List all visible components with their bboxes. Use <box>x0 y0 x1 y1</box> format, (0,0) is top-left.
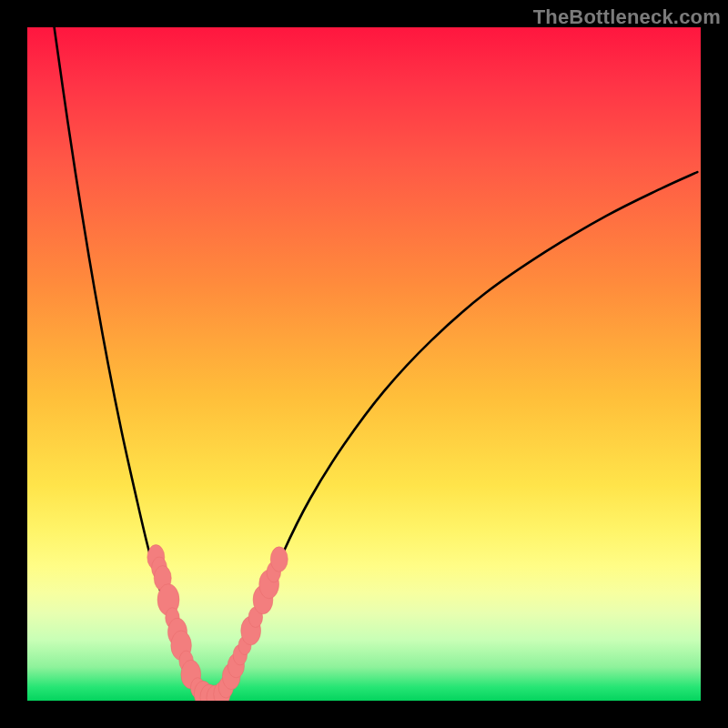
right-branch-curve <box>223 172 698 696</box>
watermark-text: TheBottleneck.com <box>533 5 721 29</box>
scatter-markers <box>147 545 288 701</box>
chart-svg <box>27 27 701 701</box>
scatter-point <box>270 547 288 572</box>
left-branch-curve <box>55 27 203 696</box>
chart-area <box>27 27 701 701</box>
